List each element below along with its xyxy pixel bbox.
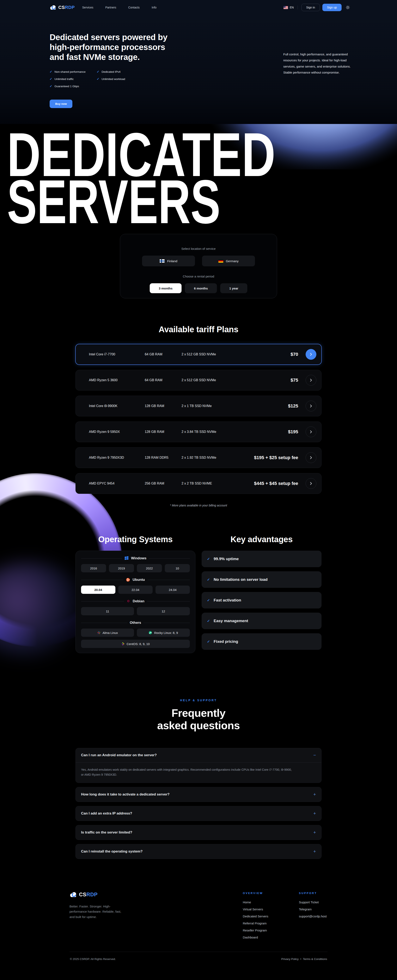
faq-answer: Yes, Android emulators work stably on de… [76,763,299,783]
support-heading: SUPPORT [299,892,327,895]
check-icon: ✓ [97,77,99,81]
plan-row-ryzen9-5950x[interactable]: AMD Ryzen 9 5950X 128 GB RAM 2 x 3.84 TB… [75,422,322,442]
expand-plus-icon[interactable]: + [313,792,316,797]
faq-item-reinstall-os: Can I reinstall the operating system? + [75,844,322,859]
plan-order-button[interactable] [306,401,316,411]
logo-text: CSRDP [58,5,75,10]
footer-legal-links: Privacy Policy • Terms & Conditions [281,958,327,961]
location-finland-button[interactable]: Finland [142,256,195,266]
os-windows-2019-button[interactable]: 2019 [109,564,134,572]
feature-item: ✓Unlimited traffic [49,77,86,81]
os-ubuntu-2404-button[interactable]: 24.04 [156,585,190,594]
os-advantages-section: Operating Systems Windows 2016 2019 2022… [75,535,322,654]
feature-item: ✓Unlimited workload [97,77,125,81]
advantage-item: ✓Fast activation [202,592,322,608]
footer-link-columns: OVERVIEW Home Virtual Servers Dedicated … [243,892,327,943]
footer-link-home[interactable]: Home [243,900,268,904]
footer-link-support-email[interactable]: support@csrdp.host [299,915,327,918]
os-alma-linux-button[interactable]: Alma Linux [81,628,134,637]
debian-versions: 11 12 [81,607,190,615]
debian-icon [126,600,130,603]
plan-price: $75 [290,377,298,383]
buy-now-button[interactable]: Buy now [49,100,72,108]
page: CSRDP Services Partners Contacts Info EN… [0,0,397,980]
language-selector[interactable]: EN [284,6,293,9]
nav-contacts[interactable]: Contacts [128,6,140,9]
sign-in-button[interactable]: Sign in [301,4,320,11]
os-debian-12-button[interactable]: 12 [137,607,190,615]
footer-link-support-ticket[interactable]: Support Ticket [299,900,327,904]
period-3-months-button[interactable]: 3 months [150,283,182,293]
collapse-minus-icon[interactable]: − [313,753,316,757]
plan-order-button[interactable] [306,478,316,489]
footer-link-referral-program[interactable]: Referral Program [243,921,268,925]
faq-title: Frequently asked questions [75,707,322,732]
os-windows-10-button[interactable]: 10 [165,564,190,572]
expand-plus-icon[interactable]: + [313,811,316,816]
theme-toggle-button[interactable] [346,5,350,10]
plan-order-button[interactable] [306,375,316,385]
finland-flag-icon [159,259,164,262]
nav-services[interactable]: Services [82,6,94,9]
check-icon: ✓ [97,70,99,73]
chevron-right-icon [310,404,312,407]
faq-question[interactable]: Can I run an Android emulator on the ser… [76,748,321,763]
key-advantages-column: Key advantages ✓99.9% uptime ✓No limitat… [202,535,322,654]
plan-row-ryzen9-7950x3d[interactable]: AMD Ryzen 9 7950X3D 128 RAM DDR5 2 x 1.9… [75,447,322,468]
advantage-item: ✓99.9% uptime [202,550,322,567]
os-debian-11-button[interactable]: 11 [81,607,134,615]
os-centos-button[interactable]: CentOS: 8, 9, 10 [81,640,190,648]
expand-plus-icon[interactable]: + [313,849,316,854]
windows-versions: 2016 2019 2022 10 [81,564,190,572]
os-windows-2022-button[interactable]: 2022 [137,564,162,572]
os-group-windows: Windows [81,556,190,560]
plan-row-ryzen5-3600[interactable]: AMD Ryzen 5 3600 64 GB RAM 2 x 512 GB SS… [75,370,322,390]
plans-list: Intel Core i7-7700 64 GB RAM 2 x 512 GB … [75,344,322,494]
privacy-policy-link[interactable]: Privacy Policy [281,958,298,961]
period-6-months-button[interactable]: 6 months [185,283,217,293]
us-flag-icon [284,6,288,9]
sign-up-button[interactable]: Sign up [322,4,341,11]
footer-link-dashboard[interactable]: Dashboard [243,935,268,939]
faq-question[interactable]: Can I add an extra IP address? + [76,806,321,821]
footer-link-virtual-servers[interactable]: Virtual Servers [243,907,268,911]
ubuntu-versions: 20.04 22.04 24.04 [81,585,190,594]
check-icon: ✓ [207,640,210,644]
ubuntu-icon [126,578,130,582]
logo[interactable]: CSRDP [49,5,75,10]
nav-partners[interactable]: Partners [105,6,116,9]
location-germany-button[interactable]: Germany [202,256,255,266]
plan-price: $125 [288,403,298,409]
plan-row-epyc-9454[interactable]: AMD EPYC 9454 256 GB RAM 2 x 2 TB SSD NV… [75,473,322,494]
check-icon: ✓ [49,77,52,81]
os-ubuntu-2004-button[interactable]: 20.04 [81,585,115,594]
advantage-item: ✓Easy management [202,612,322,629]
mega-title-line2: SERVERS [7,167,220,227]
faq-question[interactable]: Is traffic on the server limited? + [76,825,321,840]
period-1-year-button[interactable]: 1 year [220,283,247,293]
faq-question[interactable]: Can I reinstall the operating system? + [76,844,321,859]
os-rocky-linux-button[interactable]: Rocky Linux: 8, 9 [137,628,190,637]
plan-order-button[interactable] [306,349,316,360]
plan-order-button[interactable] [306,426,316,437]
faq-question[interactable]: How long does it take to activate a dedi… [76,787,321,802]
centos-icon [121,642,124,646]
nav-info[interactable]: Info [151,6,156,9]
plan-row-i7-7700[interactable]: Intel Core i7-7700 64 GB RAM 2 x 512 GB … [75,344,322,365]
alma-linux-icon [97,631,100,634]
os-title: Operating Systems [75,535,195,544]
expand-plus-icon[interactable]: + [313,830,316,835]
plan-order-button[interactable] [306,452,316,463]
footer-logo[interactable]: CSRDP [70,892,148,897]
os-windows-2016-button[interactable]: 2016 [81,564,106,572]
torus-glow-art [0,562,87,657]
terms-conditions-link[interactable]: Terms & Conditions [303,958,327,961]
footer-link-reseller-program[interactable]: Reseller Program [243,929,268,932]
faq-item-android-emulator: Can I run an Android emulator on the ser… [75,748,322,783]
plan-row-i9-9900k[interactable]: Intel Core i9-9900K 128 GB RAM 2 x 1 TB … [75,396,322,416]
faq-section: HELP & SUPPORT Frequently asked question… [75,698,322,859]
os-ubuntu-2204-button[interactable]: 22.04 [118,585,153,594]
order-selector-card: Select location of service Finland [120,234,277,298]
footer-link-dedicated-servers[interactable]: Dedicated Servers [243,915,268,918]
footer-link-telegram[interactable]: Telegram [299,907,327,911]
